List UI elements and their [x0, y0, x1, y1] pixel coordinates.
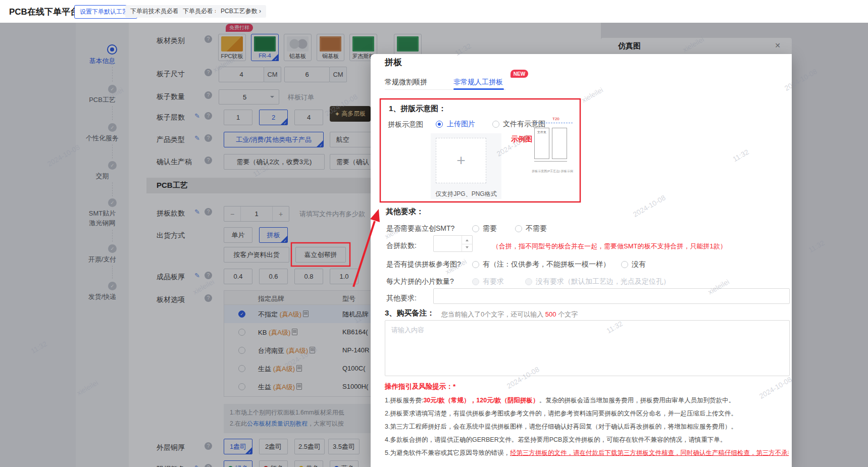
panelize-modal: 拼板 常规微割顺拼 非常规人工拼板 NEW 1、拼版示意图： 拼板示意图 上传图…: [371, 54, 792, 467]
radio-pieces-norequirement-icon: [525, 278, 532, 285]
other-requirements-input[interactable]: [433, 288, 790, 304]
option-ref-no[interactable]: 没有: [632, 260, 646, 269]
option-pieces-norequirement: 没有要求（默认加工艺边，光点及定位孔）: [536, 277, 670, 286]
radio-pieces-required-icon: [472, 278, 479, 285]
example-board-rect: 文件夹: [534, 128, 549, 159]
option-ref-yes[interactable]: 有（注：仅供参考，不能拼板一模一样）: [483, 260, 610, 269]
new-badge: NEW: [510, 70, 528, 78]
guide-item-3: 3.第三方工程师拼好后，会在系统中提供拼板图样，请您仔细确认好再回复（对于确认后…: [385, 423, 789, 431]
textarea-placeholder: 请输入内容: [391, 326, 424, 335]
merge-count-label: 合拼款数:: [386, 241, 417, 250]
section1-heading: 1、拼版示意图：: [389, 104, 446, 114]
upload-format-hint: 仅支持JPG、PNG格式: [431, 190, 501, 198]
guide-title: 操作指引及风险提示：*: [385, 382, 455, 391]
pieces-per-panel-label: 每大片拼的小片数量?: [386, 277, 454, 286]
merge-count-input[interactable]: [433, 235, 473, 252]
option-smt-need[interactable]: 需要: [483, 224, 497, 233]
active-tab-underline: [453, 88, 504, 90]
example-t20-dimension: T20: [552, 117, 559, 121]
radio-ref-no-icon[interactable]: [621, 261, 628, 268]
radio-upload-image-icon[interactable]: [436, 121, 443, 128]
option-smt-noneed[interactable]: 不需要: [526, 224, 547, 233]
chars-remaining: 500: [545, 310, 556, 318]
guide-item-2: 2.拼板要求请填写清楚，有提供拼板参考图或参考文件的，请把参考资料连同要拼板的文…: [385, 409, 789, 418]
tab-manual-panelize[interactable]: 非常规人工拼板: [453, 78, 503, 87]
example-baseline: [534, 161, 567, 162]
tab-regular-panelize[interactable]: 常规微割顺拼: [385, 78, 427, 87]
upload-plus-icon[interactable]: +: [436, 138, 486, 183]
radio-ref-yes-icon[interactable]: [472, 261, 479, 268]
example-caption: 拼板示意图(P工艺边) 拼板示例: [522, 169, 583, 174]
example-board-rect: [552, 128, 567, 159]
sketch-row-label: 拼板示意图: [388, 120, 423, 129]
ref-image-label: 是否有提供拼板参考图?: [386, 260, 461, 269]
guide-item-4: 4.多款板合拼的，请提供正确的GERBER文件。若坚持要用PCB原文件拼板的，可…: [385, 436, 789, 444]
example-label: 示例图: [511, 135, 532, 144]
section2-heading: 其他要求：: [386, 207, 424, 217]
other-requirements-label: 其他要求:: [386, 294, 417, 303]
pcb-process-params-button[interactable]: PCB工艺参数 ›: [216, 5, 266, 18]
char-counter: 您当前输入了0个文字，还可以输入 500 个文字: [441, 310, 578, 319]
radio-smt-need-icon[interactable]: [472, 225, 479, 232]
radio-smt-noneed-icon[interactable]: [515, 225, 522, 232]
option-pieces-required: 有要求: [483, 277, 504, 286]
spinner-down-icon[interactable]: [462, 243, 472, 251]
upload-dropzone[interactable]: + 仅支持JPG、PNG格式: [431, 133, 501, 199]
option-upload-image[interactable]: 上传图片: [447, 120, 475, 129]
guide-item-5: 5.为避免软件不兼容或其它原因导致的错误，经第三方拼板的文件，请在付款后下载第三…: [385, 449, 789, 457]
example-dashed-line: [533, 123, 573, 123]
section3-heading: 3、购买备注：: [385, 308, 434, 318]
radio-file-has-sketch-icon[interactable]: [492, 121, 499, 128]
page-title: PCB在线下单平台: [9, 6, 79, 18]
modal-title: 拼板: [385, 57, 402, 68]
top-bar: PCB在线下单平台 设置下单默认工艺 › 下单前技术员必看 › 下单员必看 › …: [0, 0, 868, 23]
merge-count-warning: （合拼，指不同型号的板合并在一起，需要做SMT的板不支持合拼，只能拼1款）: [492, 242, 727, 251]
guide-item-1: 1.拼板服务费:30元/款（常规），120元/款（阴阳拼板）。复杂的拼板会适当增…: [385, 396, 789, 405]
smt-question-label: 是否需要嘉立创SMT?: [386, 224, 454, 233]
app-window: PCB在线下单平台 设置下单默认工艺 › 下单前技术员必看 › 下单员必看 › …: [0, 0, 868, 467]
purchase-remark-textarea[interactable]: 请输入内容: [385, 320, 790, 376]
